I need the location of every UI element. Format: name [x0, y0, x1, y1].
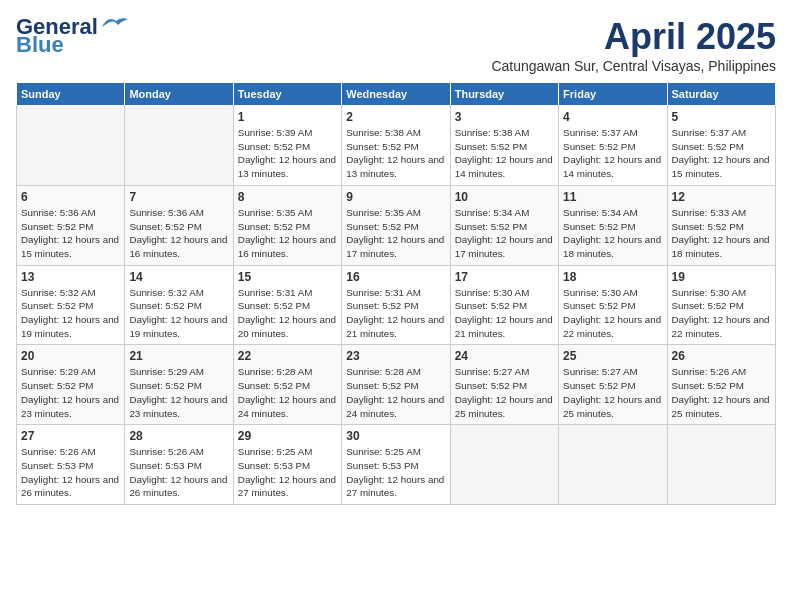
- calendar-cell: 17Sunrise: 5:30 AMSunset: 5:52 PMDayligh…: [450, 265, 558, 345]
- calendar-cell: 2Sunrise: 5:38 AMSunset: 5:52 PMDaylight…: [342, 106, 450, 186]
- calendar-table: SundayMondayTuesdayWednesdayThursdayFrid…: [16, 82, 776, 505]
- day-info: Sunrise: 5:25 AMSunset: 5:53 PMDaylight:…: [346, 445, 445, 500]
- day-number: 28: [129, 429, 228, 443]
- calendar-cell: 6Sunrise: 5:36 AMSunset: 5:52 PMDaylight…: [17, 185, 125, 265]
- day-number: 1: [238, 110, 337, 124]
- day-info: Sunrise: 5:37 AMSunset: 5:52 PMDaylight:…: [672, 126, 771, 181]
- day-number: 4: [563, 110, 662, 124]
- day-number: 6: [21, 190, 120, 204]
- day-info: Sunrise: 5:30 AMSunset: 5:52 PMDaylight:…: [455, 286, 554, 341]
- day-info: Sunrise: 5:33 AMSunset: 5:52 PMDaylight:…: [672, 206, 771, 261]
- calendar-cell: 4Sunrise: 5:37 AMSunset: 5:52 PMDaylight…: [559, 106, 667, 186]
- calendar-cell: 24Sunrise: 5:27 AMSunset: 5:52 PMDayligh…: [450, 345, 558, 425]
- day-number: 30: [346, 429, 445, 443]
- day-info: Sunrise: 5:26 AMSunset: 5:53 PMDaylight:…: [129, 445, 228, 500]
- day-number: 21: [129, 349, 228, 363]
- calendar-week-row: 13Sunrise: 5:32 AMSunset: 5:52 PMDayligh…: [17, 265, 776, 345]
- day-info: Sunrise: 5:39 AMSunset: 5:52 PMDaylight:…: [238, 126, 337, 181]
- weekday-header: Tuesday: [233, 83, 341, 106]
- calendar-cell: 30Sunrise: 5:25 AMSunset: 5:53 PMDayligh…: [342, 425, 450, 505]
- day-number: 22: [238, 349, 337, 363]
- calendar-cell: 13Sunrise: 5:32 AMSunset: 5:52 PMDayligh…: [17, 265, 125, 345]
- day-number: 15: [238, 270, 337, 284]
- day-number: 10: [455, 190, 554, 204]
- day-info: Sunrise: 5:29 AMSunset: 5:52 PMDaylight:…: [21, 365, 120, 420]
- day-info: Sunrise: 5:36 AMSunset: 5:52 PMDaylight:…: [129, 206, 228, 261]
- day-number: 29: [238, 429, 337, 443]
- calendar-cell: 15Sunrise: 5:31 AMSunset: 5:52 PMDayligh…: [233, 265, 341, 345]
- day-number: 2: [346, 110, 445, 124]
- page-header: General Blue April 2025 Catungawan Sur, …: [16, 16, 776, 74]
- day-number: 23: [346, 349, 445, 363]
- calendar-cell: [17, 106, 125, 186]
- day-info: Sunrise: 5:29 AMSunset: 5:52 PMDaylight:…: [129, 365, 228, 420]
- calendar-cell: 7Sunrise: 5:36 AMSunset: 5:52 PMDaylight…: [125, 185, 233, 265]
- day-info: Sunrise: 5:34 AMSunset: 5:52 PMDaylight:…: [563, 206, 662, 261]
- calendar-cell: 11Sunrise: 5:34 AMSunset: 5:52 PMDayligh…: [559, 185, 667, 265]
- calendar-cell: 19Sunrise: 5:30 AMSunset: 5:52 PMDayligh…: [667, 265, 775, 345]
- calendar-cell: 25Sunrise: 5:27 AMSunset: 5:52 PMDayligh…: [559, 345, 667, 425]
- day-info: Sunrise: 5:35 AMSunset: 5:52 PMDaylight:…: [238, 206, 337, 261]
- day-info: Sunrise: 5:34 AMSunset: 5:52 PMDaylight:…: [455, 206, 554, 261]
- day-info: Sunrise: 5:28 AMSunset: 5:52 PMDaylight:…: [346, 365, 445, 420]
- day-info: Sunrise: 5:26 AMSunset: 5:53 PMDaylight:…: [21, 445, 120, 500]
- day-info: Sunrise: 5:25 AMSunset: 5:53 PMDaylight:…: [238, 445, 337, 500]
- calendar-cell: [450, 425, 558, 505]
- day-number: 24: [455, 349, 554, 363]
- calendar-cell: 22Sunrise: 5:28 AMSunset: 5:52 PMDayligh…: [233, 345, 341, 425]
- calendar-cell: 18Sunrise: 5:30 AMSunset: 5:52 PMDayligh…: [559, 265, 667, 345]
- calendar-cell: 3Sunrise: 5:38 AMSunset: 5:52 PMDaylight…: [450, 106, 558, 186]
- weekday-header-row: SundayMondayTuesdayWednesdayThursdayFrid…: [17, 83, 776, 106]
- calendar-cell: 27Sunrise: 5:26 AMSunset: 5:53 PMDayligh…: [17, 425, 125, 505]
- day-info: Sunrise: 5:31 AMSunset: 5:52 PMDaylight:…: [346, 286, 445, 341]
- calendar-cell: 20Sunrise: 5:29 AMSunset: 5:52 PMDayligh…: [17, 345, 125, 425]
- day-number: 5: [672, 110, 771, 124]
- day-number: 19: [672, 270, 771, 284]
- calendar-cell: 21Sunrise: 5:29 AMSunset: 5:52 PMDayligh…: [125, 345, 233, 425]
- calendar-cell: 23Sunrise: 5:28 AMSunset: 5:52 PMDayligh…: [342, 345, 450, 425]
- weekday-header: Sunday: [17, 83, 125, 106]
- day-number: 13: [21, 270, 120, 284]
- day-info: Sunrise: 5:36 AMSunset: 5:52 PMDaylight:…: [21, 206, 120, 261]
- day-info: Sunrise: 5:31 AMSunset: 5:52 PMDaylight:…: [238, 286, 337, 341]
- day-number: 7: [129, 190, 228, 204]
- day-number: 16: [346, 270, 445, 284]
- day-number: 18: [563, 270, 662, 284]
- calendar-cell: 29Sunrise: 5:25 AMSunset: 5:53 PMDayligh…: [233, 425, 341, 505]
- calendar-cell: 12Sunrise: 5:33 AMSunset: 5:52 PMDayligh…: [667, 185, 775, 265]
- calendar-cell: 28Sunrise: 5:26 AMSunset: 5:53 PMDayligh…: [125, 425, 233, 505]
- day-info: Sunrise: 5:28 AMSunset: 5:52 PMDaylight:…: [238, 365, 337, 420]
- day-info: Sunrise: 5:27 AMSunset: 5:52 PMDaylight:…: [563, 365, 662, 420]
- day-info: Sunrise: 5:32 AMSunset: 5:52 PMDaylight:…: [129, 286, 228, 341]
- weekday-header: Saturday: [667, 83, 775, 106]
- day-number: 17: [455, 270, 554, 284]
- day-number: 3: [455, 110, 554, 124]
- calendar-cell: 14Sunrise: 5:32 AMSunset: 5:52 PMDayligh…: [125, 265, 233, 345]
- weekday-header: Thursday: [450, 83, 558, 106]
- weekday-header: Monday: [125, 83, 233, 106]
- calendar-cell: 16Sunrise: 5:31 AMSunset: 5:52 PMDayligh…: [342, 265, 450, 345]
- day-info: Sunrise: 5:27 AMSunset: 5:52 PMDaylight:…: [455, 365, 554, 420]
- weekday-header: Wednesday: [342, 83, 450, 106]
- weekday-header: Friday: [559, 83, 667, 106]
- calendar-cell: 1Sunrise: 5:39 AMSunset: 5:52 PMDaylight…: [233, 106, 341, 186]
- calendar-cell: 9Sunrise: 5:35 AMSunset: 5:52 PMDaylight…: [342, 185, 450, 265]
- day-info: Sunrise: 5:30 AMSunset: 5:52 PMDaylight:…: [672, 286, 771, 341]
- calendar-cell: [559, 425, 667, 505]
- day-number: 12: [672, 190, 771, 204]
- day-info: Sunrise: 5:38 AMSunset: 5:52 PMDaylight:…: [346, 126, 445, 181]
- calendar-cell: 8Sunrise: 5:35 AMSunset: 5:52 PMDaylight…: [233, 185, 341, 265]
- day-number: 11: [563, 190, 662, 204]
- title-block: April 2025 Catungawan Sur, Central Visay…: [491, 16, 776, 74]
- day-number: 9: [346, 190, 445, 204]
- logo-blue-text: Blue: [16, 34, 64, 56]
- day-info: Sunrise: 5:32 AMSunset: 5:52 PMDaylight:…: [21, 286, 120, 341]
- logo: General Blue: [16, 16, 130, 56]
- day-info: Sunrise: 5:30 AMSunset: 5:52 PMDaylight:…: [563, 286, 662, 341]
- calendar-cell: [125, 106, 233, 186]
- calendar-cell: [667, 425, 775, 505]
- day-number: 8: [238, 190, 337, 204]
- calendar-week-row: 20Sunrise: 5:29 AMSunset: 5:52 PMDayligh…: [17, 345, 776, 425]
- day-number: 20: [21, 349, 120, 363]
- calendar-cell: 5Sunrise: 5:37 AMSunset: 5:52 PMDaylight…: [667, 106, 775, 186]
